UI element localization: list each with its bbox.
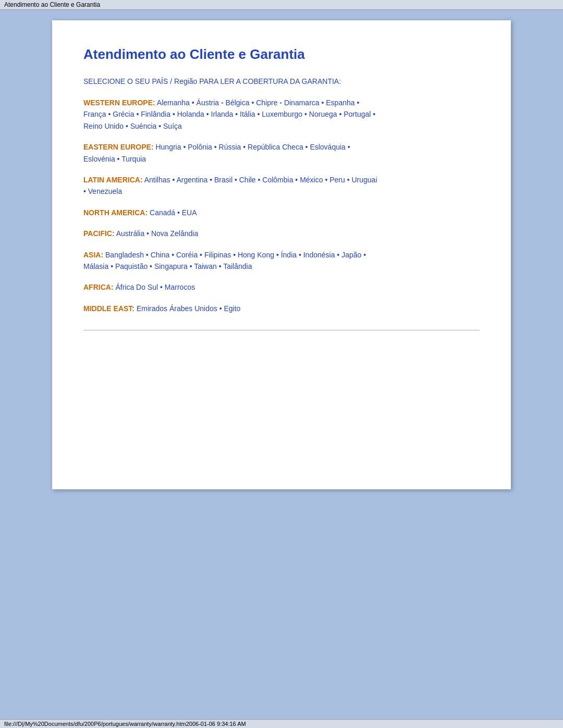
- region-label-latin-america: LATIN AMERICA:: [83, 176, 143, 184]
- link-espanha[interactable]: Espanha: [326, 98, 354, 107]
- link-eslovaquia[interactable]: Eslováquia: [310, 143, 346, 151]
- link-chipre[interactable]: Chipre: [256, 98, 277, 107]
- link-antilhas[interactable]: Antilhas: [144, 176, 170, 184]
- link-malasia[interactable]: Málasia: [83, 262, 108, 270]
- region-pacific: PACIFIC: Austrália • Nova Zelândia: [83, 228, 480, 239]
- link-hong-kong[interactable]: Hong Kong: [238, 251, 274, 259]
- link-polonia[interactable]: Polônia: [188, 143, 212, 151]
- link-noruega[interactable]: Noruega: [309, 110, 337, 118]
- link-taiwan[interactable]: Taiwan: [194, 262, 217, 270]
- link-india[interactable]: Índia: [281, 251, 297, 259]
- link-australia[interactable]: Austrália: [116, 229, 144, 238]
- link-venezuela[interactable]: Venezuela: [88, 187, 122, 195]
- region-africa: AFRICA: África Do Sul • Marrocos: [83, 281, 480, 293]
- link-argentina[interactable]: Argentina: [176, 176, 207, 184]
- link-paquistao[interactable]: Paquistão: [115, 262, 148, 270]
- link-indonesia[interactable]: Indonésia: [303, 251, 335, 259]
- section-divider: [83, 330, 480, 330]
- link-franca[interactable]: França: [83, 110, 106, 118]
- link-belgica[interactable]: Bélgica: [226, 98, 250, 107]
- link-finlandia[interactable]: Finlândia: [141, 110, 170, 118]
- region-links-north-america: Canadá • EUA: [150, 208, 197, 217]
- link-irlanda[interactable]: Irlanda: [211, 110, 234, 118]
- region-asia: ASIA: Bangladesh • China • Coréia • Fili…: [83, 249, 480, 273]
- link-coreia[interactable]: Coréia: [176, 251, 198, 259]
- link-luxemburgo[interactable]: Luxemburgo: [262, 110, 302, 118]
- link-filipinas[interactable]: Filipinas: [204, 251, 231, 259]
- region-links-middle-east: Emirados Árabes Unidos • Egito: [137, 304, 240, 313]
- link-hungria[interactable]: Hungria: [155, 143, 181, 151]
- link-suica[interactable]: Suíça: [163, 122, 182, 130]
- region-latin-america: LATIN AMERICA: Antilhas • Argentina • Br…: [83, 174, 480, 198]
- status-bar: file:///D|/My%20Documents/dfu/200P6/port…: [0, 719, 563, 728]
- region-north-america: NORTH AMERICA: Canadá • EUA: [83, 207, 480, 218]
- link-africa-do-sul[interactable]: África Do Sul: [115, 283, 158, 291]
- region-links-pacific: Austrália • Nova Zelândia: [116, 229, 198, 238]
- link-singapura[interactable]: Singapura: [154, 262, 188, 270]
- region-middle-east: MIDDLE EAST: Emirados Árabes Unidos • Eg…: [83, 303, 480, 314]
- link-turquia[interactable]: Turquia: [121, 155, 146, 163]
- link-eslovenia[interactable]: Eslovénia: [83, 155, 115, 163]
- link-austria[interactable]: Áustria: [197, 98, 219, 107]
- link-grecia[interactable]: Grécia: [113, 110, 134, 118]
- link-russia[interactable]: Rússia: [219, 143, 241, 151]
- region-western-europe: WESTERN EUROPE: Alemanha • Áustria - Bél…: [83, 97, 480, 132]
- region-label-asia: ASIA:: [83, 251, 103, 259]
- region-eastern-europe: EASTERN EUROPE: Hungria • Polônia • Rúss…: [83, 141, 480, 165]
- link-republica-checa[interactable]: República Checa: [248, 143, 303, 151]
- link-mexico[interactable]: México: [300, 176, 323, 184]
- link-italia[interactable]: Itália: [240, 110, 255, 118]
- link-holanda[interactable]: Holanda: [177, 110, 204, 118]
- browser-area: Atendimento ao Cliente e Garantia SELECI…: [0, 10, 563, 719]
- title-bar-text: Atendimento ao Cliente e Garantia: [4, 1, 100, 8]
- link-nova-zelandia[interactable]: Nova Zelândia: [151, 229, 198, 238]
- title-bar: Atendimento ao Cliente e Garantia: [0, 0, 563, 10]
- link-china[interactable]: China: [151, 251, 170, 259]
- link-suencia[interactable]: Suéncia: [130, 122, 157, 130]
- link-peru[interactable]: Peru: [329, 176, 345, 184]
- link-eua[interactable]: EUA: [182, 208, 197, 217]
- link-colombia[interactable]: Colômbia: [262, 176, 293, 184]
- link-brasil[interactable]: Brasil: [214, 176, 232, 184]
- link-marrocos[interactable]: Marrocos: [165, 283, 195, 291]
- link-egito[interactable]: Egito: [224, 304, 240, 313]
- link-dinamarca[interactable]: Dinamarca: [284, 98, 320, 107]
- link-canada[interactable]: Canadá: [150, 208, 175, 217]
- region-label-middle-east: MIDDLE EAST:: [83, 304, 134, 313]
- link-portugal[interactable]: Portugal: [344, 110, 371, 118]
- link-japao[interactable]: Japão: [341, 251, 361, 259]
- link-chile[interactable]: Chile: [239, 176, 256, 184]
- page-title: Atendimento ao Cliente e Garantia: [83, 46, 480, 63]
- link-emirados[interactable]: Emirados Árabes Unidos: [137, 304, 217, 313]
- region-links-africa: África Do Sul • Marrocos: [115, 283, 195, 291]
- link-tailandia[interactable]: Tailândia: [223, 262, 252, 270]
- region-label-africa: AFRICA:: [83, 283, 114, 291]
- status-bar-text: file:///D|/My%20Documents/dfu/200P6/port…: [4, 721, 246, 727]
- link-alemanha[interactable]: Alemanha: [157, 98, 190, 107]
- region-links-asia: Bangladesh • China • Coréia • Filipinas …: [83, 251, 366, 270]
- page-card: Atendimento ao Cliente e Garantia SELECI…: [52, 20, 511, 489]
- page-subtitle: SELECIONE O SEU PAÍS / Região PARA LER A…: [83, 77, 480, 85]
- region-label-pacific: PACIFIC:: [83, 229, 115, 238]
- link-reino-unido[interactable]: Reino Unido: [83, 122, 124, 130]
- region-label-north-america: NORTH AMERICA:: [83, 208, 148, 217]
- region-label-eastern-europe: EASTERN EUROPE:: [83, 143, 154, 151]
- region-label-western-europe: WESTERN EUROPE:: [83, 98, 155, 107]
- link-bangladesh[interactable]: Bangladesh: [105, 251, 144, 259]
- link-uruguai[interactable]: Uruguai: [351, 176, 377, 184]
